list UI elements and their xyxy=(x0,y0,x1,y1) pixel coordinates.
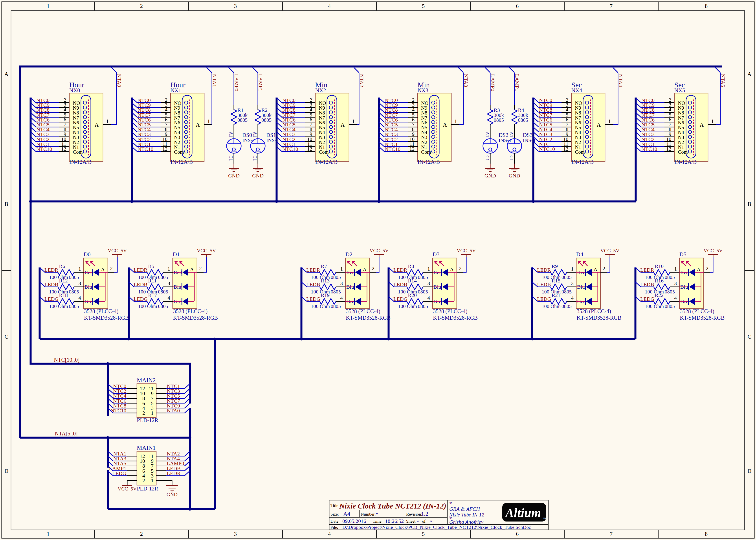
net-label-LEDG[interactable]: LEDG xyxy=(112,471,126,476)
led-designator[interactable]: D3 xyxy=(433,251,440,258)
resistor-designator[interactable]: R2 xyxy=(262,107,268,113)
tube-NX3[interactable]: MinNX3NTC02NONTC93N9NTC84N8NTC75N7NTC66N… xyxy=(379,68,469,165)
led-designator[interactable]: D5 xyxy=(680,251,687,258)
net-label-LEDB[interactable]: LEDB xyxy=(134,282,148,287)
net-label-NTC10[interactable]: NTC10 xyxy=(539,146,555,152)
net-label-LAMP1[interactable]: LAMP1 xyxy=(514,74,520,91)
resistor-designator[interactable]: R22 xyxy=(655,292,664,298)
rgb-led-D0[interactable]: D0LEDRR6100 Ohm08051RedLEDBR12100 Ohm080… xyxy=(40,248,129,321)
net-label-NTC10[interactable]: NTC10 xyxy=(641,146,657,152)
net-label-LEDG[interactable]: LEDG xyxy=(134,296,148,302)
resistor-designator[interactable]: R15 xyxy=(552,278,560,284)
net-label-LEDR[interactable]: LEDR xyxy=(45,267,58,273)
zone-label-col: 2 xyxy=(140,3,143,9)
net-label-LEDG[interactable]: LEDG xyxy=(640,296,654,302)
neon-lamp-DS2[interactable]: LAMP0R3300k0805A1DS2INS-1C1GND xyxy=(483,68,511,179)
vcc-label: VCC_5V xyxy=(370,248,389,253)
net-label-LEDG[interactable]: LEDG xyxy=(45,296,58,302)
resistor-designator[interactable]: R14 xyxy=(408,278,417,284)
resistor-designator[interactable]: R9 xyxy=(552,263,558,269)
resistor-designator[interactable]: R19 xyxy=(321,292,330,298)
led-designator[interactable]: D1 xyxy=(173,251,180,258)
rgb-led-D5[interactable]: D5LEDRR10100 Ohm08051RedLEDBR16100 Ohm08… xyxy=(635,248,724,321)
net-label-LEDB[interactable]: LEDB xyxy=(306,282,320,287)
rgb-led-D4[interactable]: D4LEDRR9100 Ohm08051RedLEDBR15100 Ohm080… xyxy=(532,248,621,321)
tube-NX0[interactable]: HourNX0NTC02NONTC93N9NTC84N8NTC75N7NTC66… xyxy=(31,68,122,165)
lamp-designator[interactable]: DS2 xyxy=(498,132,508,138)
connector-designator[interactable]: MAIN2 xyxy=(137,377,156,383)
net-label-LEDG[interactable]: LEDG xyxy=(393,296,407,302)
net-label-LAMP0[interactable]: LAMP0 xyxy=(490,74,496,91)
resistor-designator[interactable]: R10 xyxy=(655,263,664,269)
neon-lamp-DS0[interactable]: LAMP0R1300k0805A1DS0INS-1C1GND xyxy=(227,68,255,179)
net-label-NTA2[interactable]: NTA2 xyxy=(359,74,365,87)
bus-label-ntc[interactable]: NTC[10..0] xyxy=(54,357,80,363)
resistor-designator[interactable]: R12 xyxy=(59,278,68,284)
net-label-NTA4[interactable]: NTA4 xyxy=(618,74,623,87)
pin-name-cathode: C1 xyxy=(485,155,490,161)
net-label-LEDR[interactable]: LEDR xyxy=(167,471,181,476)
net-label-LEDB[interactable]: LEDB xyxy=(393,282,407,287)
resistor-designator[interactable]: R5 xyxy=(148,263,154,269)
resistor-designator[interactable]: R1 xyxy=(237,107,244,113)
resistor-designator[interactable]: R20 xyxy=(408,292,417,298)
net-label-LEDR[interactable]: LEDR xyxy=(306,267,320,273)
tube-NX4[interactable]: SecNX4NTC02NONTC93N9NTC84N8NTC75N7NTC66N… xyxy=(533,68,623,165)
resistor-designator[interactable]: R3 xyxy=(494,107,500,113)
resistor-designator[interactable]: R4 xyxy=(518,107,524,113)
neon-lamp-DS3[interactable]: LAMP1R4300k0805A1DS3INS-1C1GND xyxy=(507,68,536,179)
lamp-designator[interactable]: DS3 xyxy=(523,132,532,138)
neon-lamp-DS1[interactable]: LAMP1R2300k0805A1DS1INS-1C1GND xyxy=(251,68,279,179)
resistor-designator[interactable]: R17 xyxy=(148,292,157,298)
resistor-designator[interactable]: R13 xyxy=(321,278,330,284)
resistor-designator[interactable]: R8 xyxy=(408,263,414,269)
pin-number: 2 xyxy=(110,266,113,271)
net-label-LEDB[interactable]: LEDB xyxy=(640,282,654,287)
net-label-LEDR[interactable]: LEDR xyxy=(537,267,551,273)
resistor-designator[interactable]: R21 xyxy=(552,292,560,298)
net-label-NTA0[interactable]: NTA0 xyxy=(167,408,180,413)
net-label-NTA1[interactable]: NTA1 xyxy=(212,74,217,87)
connector-designator[interactable]: MAIN1 xyxy=(137,445,156,451)
net-label-LEDB[interactable]: LEDB xyxy=(45,282,58,287)
rgb-led-D2[interactable]: D2LEDRR7100 Ohm08051RedLEDBR13100 Ohm080… xyxy=(301,248,390,321)
net-label-LAMP1[interactable]: LAMP1 xyxy=(258,74,264,91)
net-label-LEDG[interactable]: LEDG xyxy=(306,296,320,302)
resistor-designator[interactable]: R16 xyxy=(655,278,664,284)
junction-dot xyxy=(378,200,380,203)
net-label-LEDB[interactable]: LEDB xyxy=(537,282,551,287)
net-label-NTA3[interactable]: NTA3 xyxy=(463,74,469,87)
tube-NX5[interactable]: SecNX5NTC02NONTC93N9NTC84N8NTC75N7NTC66N… xyxy=(636,68,726,165)
rgb-led-D3[interactable]: D3LEDRR8100 Ohm08051RedLEDBR14100 Ohm080… xyxy=(388,248,478,321)
resistor-designator[interactable]: R18 xyxy=(59,292,68,298)
led-designator[interactable]: D2 xyxy=(346,251,353,258)
net-label-NTC10[interactable]: NTC10 xyxy=(384,146,400,152)
resistor-designator[interactable]: R6 xyxy=(59,263,65,269)
net-label-LAMP0[interactable]: LAMP0 xyxy=(234,74,239,91)
led-designator[interactable]: D4 xyxy=(576,251,583,258)
connector-MAIN2[interactable]: MAIN21211NTC0NTC1109NTC2NTC387NTC4NTC565… xyxy=(108,377,190,423)
led-designator[interactable]: D0 xyxy=(84,251,91,258)
net-label-NTC10[interactable]: NTC10 xyxy=(282,146,298,152)
tube-NX1[interactable]: HourNX1NTC02NONTC93N9NTC84N8NTC75N7NTC66… xyxy=(132,68,217,165)
file-label: File: xyxy=(330,525,338,530)
net-label-NTC10[interactable]: NTC10 xyxy=(36,146,52,152)
net-wire xyxy=(463,257,466,272)
lamp-designator[interactable]: DS0 xyxy=(242,132,252,138)
bus-label-nta[interactable]: NTA[5..0] xyxy=(55,431,78,437)
tube-NX2[interactable]: MinNX2NTC02NONTC93N9NTC84N8NTC75N7NTC66N… xyxy=(276,68,365,165)
resistor-designator[interactable]: R11 xyxy=(148,278,157,284)
resistor-designator[interactable]: R7 xyxy=(321,263,327,269)
net-label-LEDR[interactable]: LEDR xyxy=(134,267,148,273)
net-label-NTA5[interactable]: NTA5 xyxy=(720,74,726,87)
net-label-LEDR[interactable]: LEDR xyxy=(393,267,407,273)
net-label-LEDG[interactable]: LEDG xyxy=(537,296,551,302)
net-label-NTC10[interactable]: NTC10 xyxy=(110,408,126,413)
rgb-led-D1[interactable]: D1LEDRR5100 Ohm08051RedLEDBR11100 Ohm080… xyxy=(129,248,218,321)
net-label-NTC10[interactable]: NTC10 xyxy=(138,146,153,152)
lamp-designator[interactable]: DS1 xyxy=(266,132,276,138)
connector-MAIN1[interactable]: MAIN11211NTA1NTA2109NTA3NTA487NTA5LAMP06… xyxy=(108,445,190,497)
zone-label-col: 4 xyxy=(328,531,331,537)
net-label-LEDR[interactable]: LEDR xyxy=(640,267,654,273)
net-label-NTA0[interactable]: NTA0 xyxy=(116,74,122,87)
